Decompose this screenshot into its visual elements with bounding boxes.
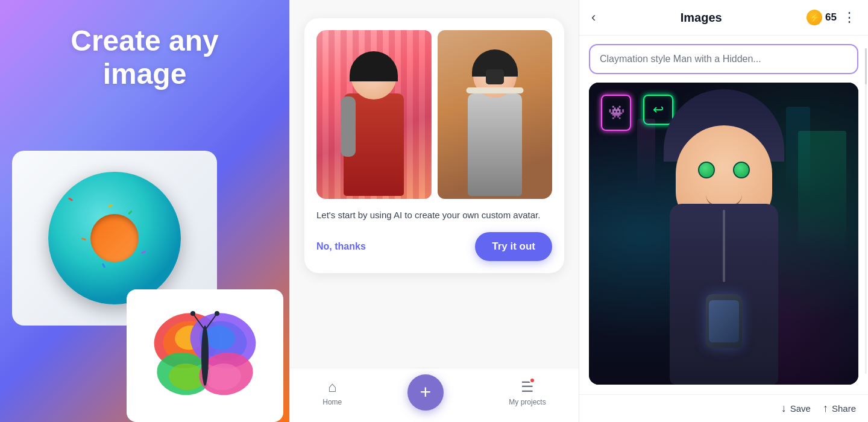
anime-girl-image-2 — [438, 30, 553, 199]
save-icon: ↓ — [781, 402, 787, 415]
phone-screen — [709, 300, 739, 342]
hero-title: Create any image — [71, 24, 218, 90]
card-description: Let's start by using AI to create your o… — [316, 209, 552, 222]
panel-app: Let's start by using AI to create your o… — [289, 0, 579, 422]
anime-girl-image-1 — [316, 30, 432, 199]
header-right-actions: ⚡ 65 ⋮ — [807, 10, 856, 25]
image-viewer-footer: ↓ Save ↑ Share — [579, 394, 868, 422]
back-button[interactable]: ‹ — [591, 10, 596, 25]
panel-image-viewer: ‹ Images ⚡ 65 ⋮ Claymation style Man wit… — [579, 0, 868, 422]
save-button[interactable]: ↓ Save — [781, 402, 811, 415]
card-actions: No, thanks Try it out — [316, 232, 552, 261]
city-light-3 — [637, 119, 655, 191]
bottom-navigation: ⌂ Home + ☰ My projects — [290, 368, 579, 422]
city-light-2 — [786, 107, 810, 197]
character-phone — [706, 294, 742, 348]
svg-point-12 — [190, 311, 195, 316]
donut-image — [48, 172, 181, 304]
svg-point-14 — [215, 311, 219, 316]
coin-icon: ⚡ — [807, 10, 822, 25]
generated-image: 👾 ↩ — [589, 83, 858, 385]
character-body — [670, 204, 778, 385]
character-eye-left — [698, 162, 715, 178]
butterfly-card — [127, 289, 283, 422]
nav-my-projects[interactable]: ☰ My projects — [509, 379, 546, 406]
projects-label: My projects — [509, 398, 546, 406]
page-title: Images — [681, 11, 722, 25]
avatar-card: Let's start by using AI to create your o… — [304, 18, 564, 273]
character-eyes — [698, 162, 750, 178]
nav-create-button[interactable]: + — [407, 374, 444, 411]
no-thanks-button[interactable]: No, thanks — [316, 241, 366, 252]
projects-icon: ☰ — [521, 379, 534, 395]
more-options-button[interactable]: ⋮ — [843, 10, 856, 25]
prompt-search-bar[interactable]: Claymation style Man with a Hidden... — [589, 44, 858, 74]
panel-hero: Create any image — [0, 0, 289, 422]
share-button[interactable]: ↑ Share — [823, 402, 856, 415]
hero-title-line2: image — [103, 58, 187, 90]
image-viewer-header: ‹ Images ⚡ 65 ⋮ — [579, 0, 868, 36]
plus-icon: + — [420, 381, 431, 403]
nav-home[interactable]: ⌂ Home — [322, 379, 342, 406]
share-label: Share — [832, 403, 856, 414]
coin-count: 65 — [825, 11, 837, 24]
svg-point-10 — [201, 326, 209, 386]
butterfly-svg — [151, 307, 259, 404]
coin-balance: ⚡ 65 — [807, 10, 837, 25]
hero-title-line1: Create any — [71, 25, 218, 57]
home-icon: ⌂ — [328, 379, 337, 395]
search-text: Claymation style Man with a Hidden... — [600, 54, 761, 64]
character-eye-right — [733, 162, 750, 178]
notification-badge — [529, 377, 535, 383]
scrollbar-thumb[interactable] — [865, 48, 867, 84]
card-images — [316, 30, 552, 199]
try-it-button[interactable]: Try it out — [475, 232, 552, 261]
character-zipper — [723, 210, 725, 282]
home-label: Home — [322, 398, 342, 406]
save-label: Save — [790, 403, 811, 414]
share-icon: ↑ — [823, 402, 828, 415]
scrollbar-track — [865, 48, 867, 374]
neon-alien-sign: 👾 — [601, 95, 631, 131]
